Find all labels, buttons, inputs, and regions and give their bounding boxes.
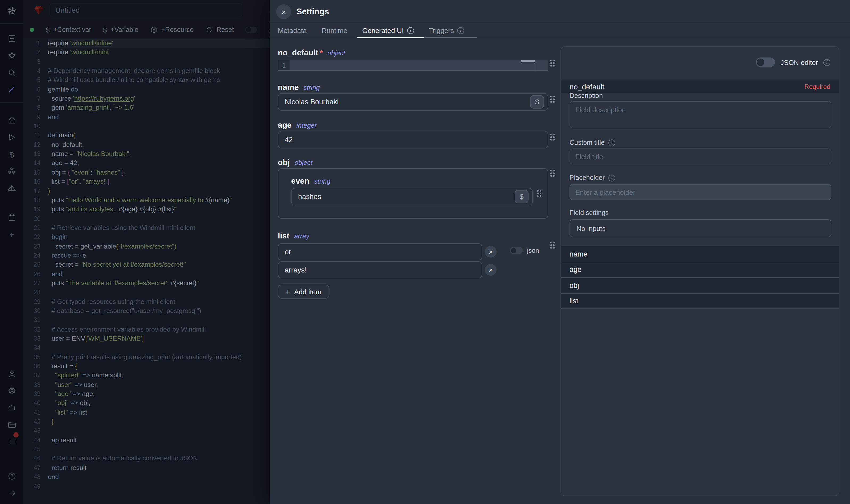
- field-row-list[interactable]: list: [561, 293, 839, 309]
- code-line[interactable]: 16 list = ["or", "arrays!"]: [23, 177, 270, 186]
- script-title-input[interactable]: [50, 3, 242, 18]
- reset-button[interactable]: Reset: [205, 26, 234, 34]
- description-textarea[interactable]: [569, 101, 831, 128]
- placeholder-input[interactable]: [569, 184, 831, 200]
- scrollbar-thumb[interactable]: [521, 60, 535, 62]
- resources-cubes-icon[interactable]: [0, 164, 23, 179]
- windmill-logo-icon[interactable]: [0, 3, 23, 18]
- code-line[interactable]: 10: [23, 122, 270, 131]
- code-line[interactable]: 3: [23, 57, 270, 67]
- home-icon[interactable]: [0, 113, 23, 128]
- drag-handle[interactable]: [550, 96, 556, 104]
- drag-handle[interactable]: [550, 133, 556, 142]
- tab-generated-ui[interactable]: Generated UI i: [362, 26, 414, 35]
- code-line[interactable]: 43: [23, 427, 270, 436]
- code-line[interactable]: 38 "user" => user,: [23, 380, 270, 390]
- code-line[interactable]: 21 # Retrieve variables using the Windmi…: [23, 223, 270, 233]
- code-line[interactable]: 17): [23, 186, 270, 196]
- add-plus-icon[interactable]: +: [0, 227, 23, 241]
- code-line[interactable]: 48end: [23, 473, 270, 482]
- name-field-input[interactable]: [278, 93, 548, 111]
- drag-handle[interactable]: [550, 60, 556, 68]
- folders-icon[interactable]: [0, 417, 23, 432]
- code-line[interactable]: 9end: [23, 113, 270, 122]
- code-line[interactable]: 7 source 'https://rubygems.org': [23, 94, 270, 104]
- code-line[interactable]: 45: [23, 445, 270, 454]
- favorites-star-icon[interactable]: [0, 48, 23, 63]
- search-icon[interactable]: [0, 65, 23, 80]
- json-mode-toggle[interactable]: [510, 247, 523, 254]
- even-field-input[interactable]: [291, 188, 533, 205]
- code-line[interactable]: 46 # Return value is automatically conve…: [23, 454, 270, 464]
- code-line[interactable]: 11def main(: [23, 131, 270, 141]
- code-line[interactable]: 34: [23, 344, 270, 353]
- add-resource-button[interactable]: +Resource: [150, 26, 194, 34]
- code-line[interactable]: 36 result = {: [23, 362, 270, 371]
- remove-item-icon[interactable]: ×: [485, 264, 496, 276]
- code-line[interactable]: 20: [23, 214, 270, 223]
- drag-handle[interactable]: [550, 241, 556, 250]
- expand-arrow-icon[interactable]: [0, 485, 23, 500]
- add-context-var-button[interactable]: $ +Context var: [46, 26, 91, 34]
- code-line[interactable]: 1require 'windmill/inline': [23, 39, 270, 48]
- code-line[interactable]: 22 begin: [23, 233, 270, 242]
- dollar-badge-button[interactable]: $: [515, 190, 528, 203]
- code-line[interactable]: 24 rescue => e: [23, 251, 270, 260]
- list-item-input[interactable]: [278, 243, 482, 260]
- code-line[interactable]: 47 return result: [23, 464, 270, 473]
- code-line[interactable]: 5# Windmill uses bundler/inline compatib…: [23, 76, 270, 85]
- ai-wand-icon[interactable]: [0, 82, 23, 97]
- drag-handle[interactable]: [537, 190, 542, 198]
- code-line[interactable]: 6gemfile do: [23, 85, 270, 94]
- field-row-name[interactable]: name: [561, 246, 839, 262]
- code-line[interactable]: 23 secret = get_variable("f/examples/sec…: [23, 242, 270, 251]
- code-line[interactable]: 12 no_default,: [23, 141, 270, 150]
- add-variable-button[interactable]: $ +Variable: [103, 26, 139, 34]
- code-line[interactable]: 25 secret = "No secret yet at f/examples…: [23, 260, 270, 270]
- diff-toggle[interactable]: [246, 26, 257, 33]
- add-item-button[interactable]: + Add item: [278, 285, 329, 299]
- settings-gear-icon[interactable]: [0, 383, 23, 398]
- drag-handle[interactable]: [550, 170, 556, 178]
- code-line[interactable]: 27 puts "The variable at 'f/examples/sec…: [23, 279, 270, 288]
- tab-triggers[interactable]: Triggers i: [429, 26, 464, 35]
- code-line[interactable]: 4# Dependency management: declare gems i…: [23, 67, 270, 76]
- variables-dollar-icon[interactable]: $: [0, 147, 23, 162]
- code-line[interactable]: 13 name = "Nicolas Bourbaki",: [23, 149, 270, 159]
- code-line[interactable]: 15 obj = { "even": "hashes" },: [23, 168, 270, 178]
- custom-title-input[interactable]: [569, 148, 831, 164]
- code-line[interactable]: 33 user = ENV['WM_USERNAME']: [23, 334, 270, 344]
- code-line[interactable]: 44 ap result: [23, 436, 270, 445]
- code-line[interactable]: 2require 'windmill/mini': [23, 48, 270, 57]
- selected-field-row[interactable]: no_default Required: [561, 80, 839, 93]
- code-editor[interactable]: 1require 'windmill/inline'2require 'wind…: [23, 39, 270, 504]
- diff-prism-icon[interactable]: [0, 181, 23, 196]
- tab-metadata[interactable]: Metadata: [278, 26, 307, 35]
- json-editor-toggle[interactable]: [756, 57, 775, 67]
- no-default-json-input[interactable]: 1: [278, 60, 548, 71]
- code-line[interactable]: 30 # database = get_resource("u/user/my_…: [23, 307, 270, 316]
- code-line[interactable]: 19 puts "and its acolytes.. #{age} #{obj…: [23, 205, 270, 214]
- runs-play-icon[interactable]: [0, 130, 23, 145]
- dollar-badge-button[interactable]: $: [530, 95, 544, 109]
- code-line[interactable]: 18 puts "Hello World and a warm welcome …: [23, 196, 270, 205]
- code-line[interactable]: 42 }: [23, 417, 270, 427]
- code-line[interactable]: 14 age = 42,: [23, 159, 270, 168]
- schedules-calendar-icon[interactable]: [0, 210, 23, 224]
- code-line[interactable]: 39 "age" => age,: [23, 390, 270, 399]
- code-line[interactable]: 26 end: [23, 270, 270, 279]
- code-line[interactable]: 28: [23, 288, 270, 298]
- code-line[interactable]: 41 "list" => list: [23, 408, 270, 417]
- code-line[interactable]: 35 # Pretty print results using amazing_…: [23, 353, 270, 362]
- code-line[interactable]: 32 # Access environment variables provid…: [23, 325, 270, 334]
- help-icon[interactable]: [0, 468, 23, 483]
- remove-item-icon[interactable]: ×: [485, 246, 496, 257]
- workspace-icon[interactable]: [0, 31, 23, 46]
- code-line[interactable]: 29 # Get typed resources using the mini …: [23, 297, 270, 307]
- changelog-list-icon[interactable]: [0, 434, 23, 449]
- assistant-robot-icon[interactable]: [0, 400, 23, 415]
- code-lines[interactable]: 1require 'windmill/inline'2require 'wind…: [23, 39, 270, 491]
- close-icon[interactable]: ×: [276, 4, 291, 19]
- code-line[interactable]: 40 "obj" => obj,: [23, 399, 270, 408]
- age-field-input[interactable]: [278, 131, 548, 148]
